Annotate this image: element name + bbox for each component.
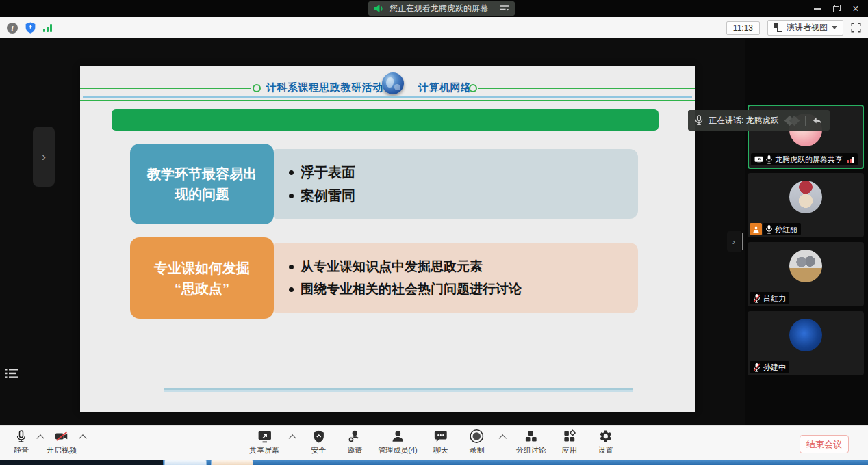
sidebar-collapse-handle[interactable]: › <box>727 231 741 252</box>
security-shield-icon[interactable] <box>25 22 36 34</box>
taskbar-window-button[interactable] <box>211 460 253 465</box>
breakout-rooms-button[interactable]: 分组讨论 <box>516 429 546 455</box>
video-options-chevron[interactable] <box>79 434 86 442</box>
bullet-item: 案例雷同 <box>289 187 638 205</box>
minimize-button[interactable] <box>808 0 827 17</box>
agenda-list-icon[interactable] <box>5 368 19 379</box>
banner-menu-icon[interactable] <box>500 5 509 12</box>
tile-label: 孙建中 <box>750 361 789 373</box>
control-bar: 静音 开启视频 共享屏幕 安全 邀请 <box>0 425 868 460</box>
mic-muted-icon <box>753 294 761 303</box>
bullet-dot <box>289 265 294 269</box>
chat-button[interactable]: 聊天 <box>428 429 454 455</box>
gear-icon <box>598 429 613 444</box>
share-options-chevron[interactable] <box>289 434 296 442</box>
avatar <box>789 250 822 282</box>
meeting-window: 您正在观看龙腾虎跃的屏幕 × i 11:13 演讲者视图 <box>0 0 868 465</box>
apps-grid-icon <box>562 429 576 444</box>
view-mode-button[interactable]: 演讲者视图 <box>767 20 843 36</box>
tile-label-row: 吕红力 <box>750 292 789 304</box>
mic-on-icon <box>766 225 772 234</box>
reply-arrow-icon[interactable] <box>813 116 823 125</box>
record-label: 录制 <box>470 445 485 455</box>
chat-bubble-icon <box>433 429 448 444</box>
topic-box-title: 专业课如何发掘 “思政点” <box>154 258 250 299</box>
speaker-icon <box>374 4 384 13</box>
topic-box-teaching-problems: 教学环节最容易出 现的问题 <box>130 144 274 224</box>
bullet-item: 从专业课知识点中发掘思政元素 <box>289 258 638 276</box>
end-meeting-button[interactable]: 结束会议 <box>800 435 849 453</box>
fullscreen-icon[interactable] <box>851 23 861 33</box>
mic-icon <box>695 115 703 126</box>
tile-label-row: 孙红丽 <box>750 223 801 235</box>
restore-icon <box>833 5 841 12</box>
settings-button[interactable]: 设置 <box>593 429 619 455</box>
manage-members-button[interactable]: 管理成员(4) <box>378 429 417 455</box>
toolbar-right-group: 11:13 演讲者视图 <box>726 17 861 38</box>
mic-options-chevron[interactable] <box>36 434 44 442</box>
record-options-chevron[interactable] <box>499 434 507 442</box>
header-line-right <box>478 88 695 89</box>
security-button[interactable]: 安全 <box>305 429 331 455</box>
tile-label: 龙腾虎跃的屏幕共享 <box>751 153 858 165</box>
meeting-timer: 11:13 <box>726 21 760 35</box>
manage-members-label: 管理成员(4) <box>378 445 417 455</box>
globe-icon <box>382 72 404 94</box>
watching-screen-text: 您正在观看龙腾虎跃的屏幕 <box>390 3 488 14</box>
apps-button[interactable]: 应用 <box>557 429 583 455</box>
apps-label: 应用 <box>562 445 577 455</box>
tile-label-row: 龙腾虎跃的屏幕共享 <box>751 153 858 165</box>
bullet-text: 案例雷同 <box>301 187 355 205</box>
chevron-down-icon <box>832 26 837 29</box>
avatar <box>789 181 822 213</box>
share-screen-button[interactable]: 共享屏幕 <box>249 429 279 455</box>
chevron-right-icon: › <box>42 150 46 164</box>
shared-screen-slide: 计科系课程思政教研活动 计算机网络 教学环节最容易出 现的问题 浮于表面 案例雷… <box>80 66 695 412</box>
video-tile-participant[interactable]: 吕红力 <box>748 242 864 306</box>
participant-name: 龙腾虎跃的屏幕共享 <box>775 155 843 165</box>
restore-button[interactable] <box>827 0 846 17</box>
header-underline-green <box>80 100 695 101</box>
security-label: 安全 <box>311 445 326 455</box>
minimize-icon <box>814 8 821 10</box>
bullet-text: 围绕专业相关的社会热门问题进行讨论 <box>301 280 522 298</box>
content-box-ideology-points: 从专业课知识点中发掘思政元素 围绕专业相关的社会热门问题进行讨论 <box>274 243 638 313</box>
meeting-info-icon[interactable]: i <box>7 23 18 34</box>
green-banner <box>112 109 659 131</box>
app-toolbar: i 11:13 演讲者视图 <box>0 17 868 38</box>
mute-button[interactable]: 静音 <box>8 429 34 455</box>
header-circle-left <box>253 84 261 92</box>
main-stage: 计科系课程思政教研活动 计算机网络 教学环节最容易出 现的问题 浮于表面 案例雷… <box>0 39 868 425</box>
invite-person-icon <box>347 429 362 444</box>
speaking-toast-text: 正在讲话: 龙腾虎跃 <box>709 115 779 127</box>
start-video-button[interactable]: 开启视频 <box>47 429 77 455</box>
slide-footer-line <box>164 388 633 390</box>
left-panel-expand-handle[interactable]: › <box>33 127 55 187</box>
window-titlebar: 您正在观看龙腾虎跃的屏幕 × <box>0 0 868 17</box>
invite-button[interactable]: 邀请 <box>342 429 368 455</box>
bullet-item: 围绕专业相关的社会热门问题进行讨论 <box>289 280 638 298</box>
breakout-rooms-label: 分组讨论 <box>516 445 546 455</box>
record-button[interactable]: 录制 <box>464 429 490 455</box>
toolbar-left-group: i <box>7 17 52 38</box>
speaking-toast: 正在讲话: 龙腾虎跃 <box>688 110 830 131</box>
settings-label: 设置 <box>598 445 613 455</box>
avatar <box>789 319 822 351</box>
bullet-item: 浮于表面 <box>289 163 638 182</box>
watching-screen-banner: 您正在观看龙腾虎跃的屏幕 <box>368 1 515 16</box>
invite-label: 邀请 <box>347 445 362 455</box>
share-screen-icon <box>257 429 272 444</box>
taskbar-window-button[interactable] <box>164 460 207 465</box>
tile-label-row: 孙建中 <box>750 361 789 373</box>
host-badge-icon <box>750 223 762 235</box>
chevron-right-icon: › <box>732 237 735 247</box>
topic-box-ideology-points: 专业课如何发掘 “思政点” <box>130 237 274 319</box>
network-signal-icon[interactable] <box>43 24 52 32</box>
close-button[interactable]: × <box>846 0 865 17</box>
video-tile-participant[interactable]: 孙建中 <box>748 311 864 375</box>
control-bar-left: 静音 开启视频 <box>8 429 86 455</box>
video-tile-participant[interactable]: 孙红丽 <box>748 173 864 237</box>
bullet-text: 浮于表面 <box>301 163 355 182</box>
close-icon: × <box>852 3 858 14</box>
signal-bars-icon <box>847 157 854 163</box>
